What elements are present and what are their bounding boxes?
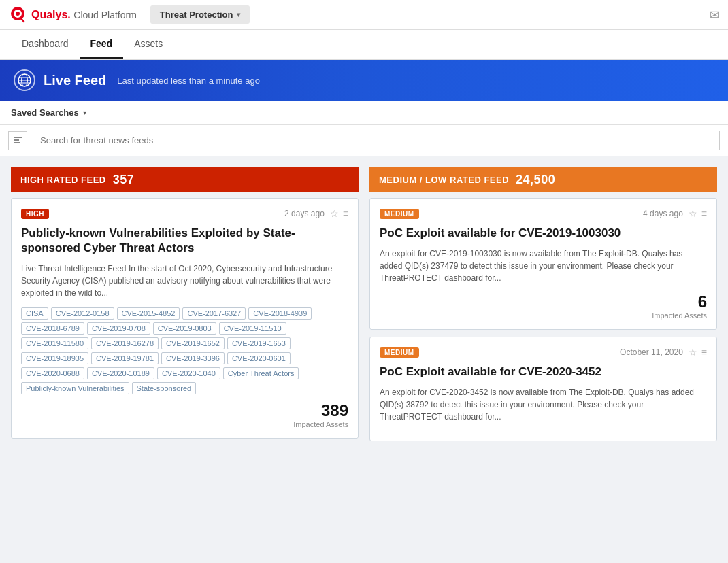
card-title-medium-2[interactable]: PoC Exploit available for CVE-2020-3452 <box>380 364 707 379</box>
tag-CVE-2019-0708[interactable]: CVE-2019-0708 <box>87 322 150 335</box>
search-box-container <box>0 125 728 156</box>
card-meta-row-m2: MEDIUM <box>380 347 419 358</box>
tag-CVE-2019-1652[interactable]: CVE-2019-1652 <box>161 337 225 349</box>
search-input[interactable] <box>33 131 720 150</box>
card-date-medium-1: 4 days ago <box>643 209 683 218</box>
card-desc-medium-1: An exploit for CVE-2019-1003030 is now a… <box>380 248 707 284</box>
tag-CVE-2017-6327[interactable]: CVE-2017-6327 <box>182 307 246 320</box>
card-tags-high-1: CISA CVE-2012-0158 CVE-2015-4852 CVE-201… <box>21 307 348 394</box>
top-bar: Qualys. Cloud Platform Threat Protection… <box>0 0 728 30</box>
tag-CVE-2019-1653[interactable]: CVE-2019-1653 <box>227 337 291 349</box>
tag-CVE-2020-1040[interactable]: CVE-2020-1040 <box>157 367 220 379</box>
tag-CVE-2019-3396[interactable]: CVE-2019-3396 <box>161 352 225 364</box>
card-assets-high-1: 389 Impacted Assets <box>21 401 348 428</box>
module-dropdown-arrow: ▾ <box>237 11 240 18</box>
star-icon[interactable]: ☆ <box>689 347 697 358</box>
svg-rect-11 <box>14 142 20 143</box>
tag-CVE-2015-4852[interactable]: CVE-2015-4852 <box>117 307 180 320</box>
tag-CVE-2018-4939[interactable]: CVE-2018-4939 <box>248 307 312 320</box>
card-actions-medium-1[interactable]: ☆ ≡ <box>689 208 707 219</box>
high-rated-feed-header: HIGH RATED FEED 357 <box>11 167 359 192</box>
tag-state-sponsored[interactable]: State-sponsored <box>132 382 197 394</box>
live-feed-globe-icon <box>14 69 35 91</box>
medium-rated-feed-header: MEDIUM / LOW RATED FEED 24,500 <box>369 167 717 192</box>
menu-icon[interactable]: ≡ <box>701 208 707 219</box>
tag-CVE-2012-0158[interactable]: CVE-2012-0158 <box>51 307 114 320</box>
card-assets-label-high-1: Impacted Assets <box>293 420 348 428</box>
mail-icon[interactable]: ✉ <box>710 8 720 22</box>
menu-icon[interactable]: ≡ <box>343 208 348 219</box>
tag-CVE-2018-6789[interactable]: CVE-2018-6789 <box>21 322 84 335</box>
svg-rect-10 <box>14 139 19 141</box>
high-rated-feed-column: HIGH RATED FEED 357 HIGH 2 days ago ☆ ≡ … <box>11 167 359 448</box>
card-assets-label-medium-1: Impacted Assets <box>652 311 707 320</box>
card-actions-high-1[interactable]: ☆ ≡ <box>330 208 348 219</box>
card-title-medium-1[interactable]: PoC Exploit available for CVE-2019-10030… <box>380 226 707 241</box>
logo-text: Qualys. Cloud Platform <box>31 9 137 21</box>
card-title-high-1[interactable]: Publicly-known Vulnerabilities Exploited… <box>21 226 348 256</box>
card-assets-count-medium-1: 6 <box>698 292 707 311</box>
medium-rated-feed-column: MEDIUM / LOW RATED FEED 24,500 MEDIUM 4 … <box>369 167 717 448</box>
tab-dashboard[interactable]: Dashboard <box>11 30 80 59</box>
tag-CVE-2019-16278[interactable]: CVE-2019-16278 <box>91 337 159 349</box>
top-bar-right: ✉ <box>710 7 720 22</box>
live-feed-banner: Live Feed Last updated less than a minut… <box>0 60 728 101</box>
module-label: Threat Protection <box>160 10 233 20</box>
card-actions-medium-2[interactable]: ☆ ≡ <box>689 347 707 358</box>
tag-CISA[interactable]: CISA <box>21 307 48 320</box>
high-rated-count: 357 <box>113 173 135 187</box>
card-meta-medium-1: MEDIUM 4 days ago ☆ ≡ <box>380 208 707 219</box>
search-icon-box <box>8 131 27 150</box>
tag-CVE-2019-11510[interactable]: CVE-2019-11510 <box>219 322 286 335</box>
card-meta-row-m1: MEDIUM <box>380 209 419 219</box>
tag-CVE-2019-11580[interactable]: CVE-2019-11580 <box>21 337 88 349</box>
feed-card-high-1: HIGH 2 days ago ☆ ≡ Publicly-known Vulne… <box>11 198 359 439</box>
star-icon[interactable]: ☆ <box>330 208 339 219</box>
badge-medium-2: MEDIUM <box>380 347 419 358</box>
saved-searches-dropdown-arrow[interactable]: ▾ <box>83 109 86 116</box>
live-feed-subtitle: Last updated less than a minute ago <box>117 75 260 86</box>
badge-high: HIGH <box>21 209 49 219</box>
svg-point-2 <box>16 12 20 16</box>
sub-nav: Dashboard Feed Assets <box>0 30 728 60</box>
card-meta-medium-2: MEDIUM October 11, 2020 ☆ ≡ <box>380 347 707 358</box>
high-rated-label: HIGH RATED FEED <box>20 175 106 185</box>
svg-rect-9 <box>14 137 22 138</box>
card-assets-medium-1: 6 Impacted Assets <box>380 292 707 320</box>
tab-feed[interactable]: Feed <box>80 30 124 59</box>
feed-card-medium-2: MEDIUM October 11, 2020 ☆ ≡ PoC Exploit … <box>369 337 717 441</box>
saved-searches-label: Saved Searches <box>11 107 79 118</box>
card-meta-row: HIGH <box>21 209 49 219</box>
tag-CVE-2020-0688[interactable]: CVE-2020-0688 <box>21 367 84 379</box>
card-desc-high-1: Live Threat Intelligence Feed In the sta… <box>21 262 348 299</box>
medium-rated-count: 24,500 <box>516 173 555 187</box>
card-meta-high-1: HIGH 2 days ago ☆ ≡ <box>21 208 348 219</box>
module-selector[interactable]: Threat Protection ▾ <box>150 5 250 24</box>
card-assets-count-high-1: 389 <box>321 401 348 420</box>
card-desc-medium-2: An exploit for CVE-2020-3452 is now avai… <box>380 386 707 423</box>
tag-CVE-2020-0601[interactable]: CVE-2020-0601 <box>227 352 291 364</box>
card-date-medium-2: October 11, 2020 <box>620 347 683 357</box>
medium-rated-label: MEDIUM / LOW RATED FEED <box>379 175 509 185</box>
tag-publicly-known[interactable]: Publicly-known Vulnerabilities <box>21 382 129 394</box>
badge-medium-1: MEDIUM <box>380 209 419 219</box>
logo-area: Qualys. Cloud Platform <box>8 5 137 24</box>
feeds-container: HIGH RATED FEED 357 HIGH 2 days ago ☆ ≡ … <box>0 156 728 459</box>
search-icon <box>13 136 22 146</box>
menu-icon[interactable]: ≡ <box>701 347 707 358</box>
star-icon[interactable]: ☆ <box>689 208 697 219</box>
tab-assets[interactable]: Assets <box>123 30 173 59</box>
tag-CVE-2019-19781[interactable]: CVE-2019-19781 <box>91 352 159 364</box>
tag-CVE-2019-18935[interactable]: CVE-2019-18935 <box>21 352 88 364</box>
feed-card-medium-1: MEDIUM 4 days ago ☆ ≡ PoC Exploit availa… <box>369 198 717 330</box>
tag-CVE-2020-10189[interactable]: CVE-2020-10189 <box>87 367 154 379</box>
tag-cyber-threat-actors[interactable]: Cyber Threat Actors <box>223 367 299 379</box>
qualys-logo-icon <box>8 5 27 24</box>
live-feed-title: Live Feed <box>44 73 106 88</box>
saved-searches-bar: Saved Searches ▾ <box>0 101 728 125</box>
card-date-high-1: 2 days ago <box>284 209 325 218</box>
tag-CVE-2019-0803[interactable]: CVE-2019-0803 <box>153 322 216 335</box>
